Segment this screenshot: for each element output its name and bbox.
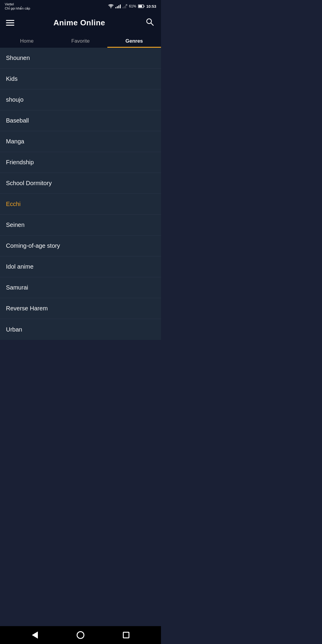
svg-rect-8 <box>138 5 142 7</box>
genre-item-coming-of-age[interactable]: Coming-of-age story <box>0 236 161 256</box>
carrier-info: Viettel Chỉ gọi khẩn cấp <box>5 2 30 11</box>
svg-rect-2 <box>124 6 125 8</box>
genre-item-seinen[interactable]: Seinen <box>0 215 161 236</box>
battery-percentage: 61% <box>129 4 136 8</box>
genre-item-reverse-harem[interactable]: Reverse Harem <box>0 298 161 319</box>
genre-item-shounen[interactable]: Shounen <box>0 48 161 69</box>
svg-line-10 <box>151 23 153 25</box>
genre-item-manga[interactable]: Manga <box>0 131 161 152</box>
battery-icon <box>138 4 145 8</box>
genre-item-school-dormitory[interactable]: School Dormitory <box>0 173 161 194</box>
genre-list: Shounen Kids shoujo Baseball Manga Frien… <box>0 48 161 340</box>
tab-bar: Home Favorite Genres <box>0 33 161 48</box>
tab-home[interactable]: Home <box>0 33 54 48</box>
emergency-text: Chỉ gọi khẩn cấp <box>5 6 30 10</box>
svg-point-0 <box>110 7 111 8</box>
genre-item-shoujo[interactable]: shoujo <box>0 89 161 110</box>
tab-genres[interactable]: Genres <box>107 33 161 48</box>
toolbar: Anime Online <box>0 12 161 33</box>
genre-item-friendship[interactable]: Friendship <box>0 152 161 173</box>
carrier-name: Viettel <box>5 2 30 6</box>
hamburger-button[interactable] <box>6 20 14 26</box>
search-button[interactable] <box>144 18 155 28</box>
tab-favorite[interactable]: Favorite <box>54 33 107 48</box>
genre-item-urban[interactable]: Urban <box>0 319 161 340</box>
genre-item-kids[interactable]: Kids <box>0 69 161 89</box>
no-signal-icon <box>123 4 127 8</box>
genre-item-idol-anime[interactable]: Idol anime <box>0 256 161 277</box>
svg-rect-1 <box>123 7 123 8</box>
genre-item-samurai[interactable]: Samurai <box>0 277 161 298</box>
app-title: Anime Online <box>53 18 105 27</box>
status-indicators: 61% 10:53 <box>108 4 156 9</box>
genre-item-ecchi[interactable]: Ecchi <box>0 194 161 215</box>
status-bar: Viettel Chỉ gọi khẩn cấp 61% <box>0 0 161 12</box>
svg-rect-7 <box>144 6 144 7</box>
wifi-icon <box>108 4 114 8</box>
genre-item-baseball[interactable]: Baseball <box>0 110 161 131</box>
signal-icon <box>115 4 121 8</box>
time-display: 10:53 <box>146 4 156 9</box>
